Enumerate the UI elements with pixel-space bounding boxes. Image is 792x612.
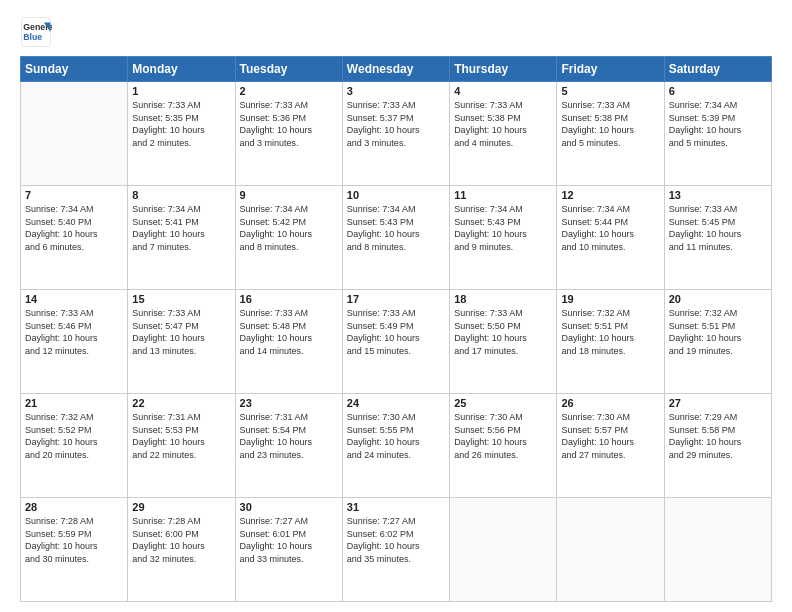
day-number: 3 [347, 85, 445, 97]
day-number: 27 [669, 397, 767, 409]
day-info: Sunrise: 7:34 AM Sunset: 5:39 PM Dayligh… [669, 99, 767, 149]
calendar-cell: 25Sunrise: 7:30 AM Sunset: 5:56 PM Dayli… [450, 394, 557, 498]
day-number: 4 [454, 85, 552, 97]
calendar-cell: 28Sunrise: 7:28 AM Sunset: 5:59 PM Dayli… [21, 498, 128, 602]
day-info: Sunrise: 7:33 AM Sunset: 5:46 PM Dayligh… [25, 307, 123, 357]
calendar-cell: 4Sunrise: 7:33 AM Sunset: 5:38 PM Daylig… [450, 82, 557, 186]
header-cell-wednesday: Wednesday [342, 57, 449, 82]
day-number: 11 [454, 189, 552, 201]
calendar-cell: 31Sunrise: 7:27 AM Sunset: 6:02 PM Dayli… [342, 498, 449, 602]
page: General Blue SundayMondayTuesdayWednesda… [0, 0, 792, 612]
day-number: 20 [669, 293, 767, 305]
day-info: Sunrise: 7:33 AM Sunset: 5:38 PM Dayligh… [561, 99, 659, 149]
day-number: 13 [669, 189, 767, 201]
day-info: Sunrise: 7:27 AM Sunset: 6:01 PM Dayligh… [240, 515, 338, 565]
logo-icon: General Blue [20, 16, 52, 48]
day-info: Sunrise: 7:34 AM Sunset: 5:40 PM Dayligh… [25, 203, 123, 253]
day-info: Sunrise: 7:33 AM Sunset: 5:37 PM Dayligh… [347, 99, 445, 149]
week-row-1: 1Sunrise: 7:33 AM Sunset: 5:35 PM Daylig… [21, 82, 772, 186]
calendar-cell: 5Sunrise: 7:33 AM Sunset: 5:38 PM Daylig… [557, 82, 664, 186]
day-info: Sunrise: 7:33 AM Sunset: 5:48 PM Dayligh… [240, 307, 338, 357]
day-number: 25 [454, 397, 552, 409]
calendar-cell: 16Sunrise: 7:33 AM Sunset: 5:48 PM Dayli… [235, 290, 342, 394]
calendar-header-row: SundayMondayTuesdayWednesdayThursdayFrid… [21, 57, 772, 82]
calendar-cell: 24Sunrise: 7:30 AM Sunset: 5:55 PM Dayli… [342, 394, 449, 498]
day-number: 29 [132, 501, 230, 513]
day-number: 1 [132, 85, 230, 97]
week-row-5: 28Sunrise: 7:28 AM Sunset: 5:59 PM Dayli… [21, 498, 772, 602]
calendar-cell: 15Sunrise: 7:33 AM Sunset: 5:47 PM Dayli… [128, 290, 235, 394]
header-cell-tuesday: Tuesday [235, 57, 342, 82]
day-number: 5 [561, 85, 659, 97]
day-number: 10 [347, 189, 445, 201]
calendar-cell: 1Sunrise: 7:33 AM Sunset: 5:35 PM Daylig… [128, 82, 235, 186]
svg-text:Blue: Blue [23, 32, 42, 42]
calendar-cell: 30Sunrise: 7:27 AM Sunset: 6:01 PM Dayli… [235, 498, 342, 602]
logo: General Blue [20, 16, 52, 48]
calendar-cell: 17Sunrise: 7:33 AM Sunset: 5:49 PM Dayli… [342, 290, 449, 394]
week-row-3: 14Sunrise: 7:33 AM Sunset: 5:46 PM Dayli… [21, 290, 772, 394]
day-info: Sunrise: 7:27 AM Sunset: 6:02 PM Dayligh… [347, 515, 445, 565]
calendar-cell: 22Sunrise: 7:31 AM Sunset: 5:53 PM Dayli… [128, 394, 235, 498]
day-info: Sunrise: 7:33 AM Sunset: 5:50 PM Dayligh… [454, 307, 552, 357]
day-number: 9 [240, 189, 338, 201]
day-info: Sunrise: 7:28 AM Sunset: 5:59 PM Dayligh… [25, 515, 123, 565]
day-info: Sunrise: 7:32 AM Sunset: 5:52 PM Dayligh… [25, 411, 123, 461]
day-info: Sunrise: 7:33 AM Sunset: 5:38 PM Dayligh… [454, 99, 552, 149]
calendar-cell: 14Sunrise: 7:33 AM Sunset: 5:46 PM Dayli… [21, 290, 128, 394]
day-number: 15 [132, 293, 230, 305]
calendar-cell: 23Sunrise: 7:31 AM Sunset: 5:54 PM Dayli… [235, 394, 342, 498]
week-row-4: 21Sunrise: 7:32 AM Sunset: 5:52 PM Dayli… [21, 394, 772, 498]
day-info: Sunrise: 7:33 AM Sunset: 5:45 PM Dayligh… [669, 203, 767, 253]
day-info: Sunrise: 7:30 AM Sunset: 5:55 PM Dayligh… [347, 411, 445, 461]
day-number: 2 [240, 85, 338, 97]
day-number: 14 [25, 293, 123, 305]
calendar-cell [557, 498, 664, 602]
calendar-cell: 18Sunrise: 7:33 AM Sunset: 5:50 PM Dayli… [450, 290, 557, 394]
day-info: Sunrise: 7:32 AM Sunset: 5:51 PM Dayligh… [669, 307, 767, 357]
calendar-cell: 13Sunrise: 7:33 AM Sunset: 5:45 PM Dayli… [664, 186, 771, 290]
day-info: Sunrise: 7:32 AM Sunset: 5:51 PM Dayligh… [561, 307, 659, 357]
day-number: 31 [347, 501, 445, 513]
day-number: 23 [240, 397, 338, 409]
day-info: Sunrise: 7:28 AM Sunset: 6:00 PM Dayligh… [132, 515, 230, 565]
calendar-cell: 9Sunrise: 7:34 AM Sunset: 5:42 PM Daylig… [235, 186, 342, 290]
header: General Blue [20, 16, 772, 48]
day-info: Sunrise: 7:33 AM Sunset: 5:36 PM Dayligh… [240, 99, 338, 149]
day-info: Sunrise: 7:29 AM Sunset: 5:58 PM Dayligh… [669, 411, 767, 461]
day-number: 7 [25, 189, 123, 201]
calendar-cell: 11Sunrise: 7:34 AM Sunset: 5:43 PM Dayli… [450, 186, 557, 290]
day-info: Sunrise: 7:33 AM Sunset: 5:35 PM Dayligh… [132, 99, 230, 149]
calendar-cell: 21Sunrise: 7:32 AM Sunset: 5:52 PM Dayli… [21, 394, 128, 498]
calendar-cell [21, 82, 128, 186]
day-info: Sunrise: 7:34 AM Sunset: 5:43 PM Dayligh… [347, 203, 445, 253]
day-info: Sunrise: 7:34 AM Sunset: 5:43 PM Dayligh… [454, 203, 552, 253]
calendar-cell [450, 498, 557, 602]
header-cell-monday: Monday [128, 57, 235, 82]
day-number: 24 [347, 397, 445, 409]
calendar-cell: 10Sunrise: 7:34 AM Sunset: 5:43 PM Dayli… [342, 186, 449, 290]
day-number: 6 [669, 85, 767, 97]
header-cell-saturday: Saturday [664, 57, 771, 82]
header-cell-sunday: Sunday [21, 57, 128, 82]
header-cell-thursday: Thursday [450, 57, 557, 82]
calendar-cell: 27Sunrise: 7:29 AM Sunset: 5:58 PM Dayli… [664, 394, 771, 498]
calendar-body: 1Sunrise: 7:33 AM Sunset: 5:35 PM Daylig… [21, 82, 772, 602]
day-info: Sunrise: 7:31 AM Sunset: 5:54 PM Dayligh… [240, 411, 338, 461]
day-info: Sunrise: 7:33 AM Sunset: 5:47 PM Dayligh… [132, 307, 230, 357]
day-number: 17 [347, 293, 445, 305]
day-number: 26 [561, 397, 659, 409]
day-info: Sunrise: 7:34 AM Sunset: 5:41 PM Dayligh… [132, 203, 230, 253]
day-info: Sunrise: 7:31 AM Sunset: 5:53 PM Dayligh… [132, 411, 230, 461]
day-number: 16 [240, 293, 338, 305]
calendar-cell: 29Sunrise: 7:28 AM Sunset: 6:00 PM Dayli… [128, 498, 235, 602]
day-info: Sunrise: 7:34 AM Sunset: 5:42 PM Dayligh… [240, 203, 338, 253]
calendar-cell: 6Sunrise: 7:34 AM Sunset: 5:39 PM Daylig… [664, 82, 771, 186]
day-number: 21 [25, 397, 123, 409]
calendar-cell: 8Sunrise: 7:34 AM Sunset: 5:41 PM Daylig… [128, 186, 235, 290]
day-info: Sunrise: 7:34 AM Sunset: 5:44 PM Dayligh… [561, 203, 659, 253]
day-info: Sunrise: 7:30 AM Sunset: 5:56 PM Dayligh… [454, 411, 552, 461]
calendar-cell: 26Sunrise: 7:30 AM Sunset: 5:57 PM Dayli… [557, 394, 664, 498]
calendar-cell: 20Sunrise: 7:32 AM Sunset: 5:51 PM Dayli… [664, 290, 771, 394]
week-row-2: 7Sunrise: 7:34 AM Sunset: 5:40 PM Daylig… [21, 186, 772, 290]
